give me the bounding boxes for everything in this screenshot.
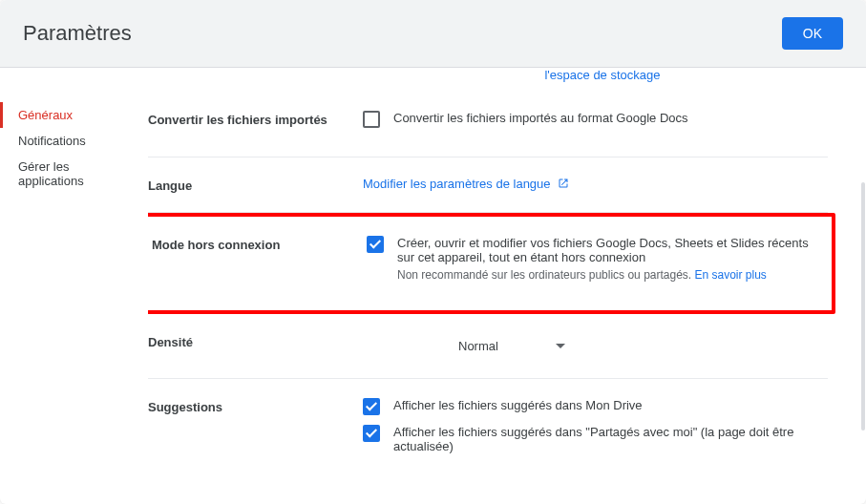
suggestions-opt1-text: Afficher les fichiers suggérés dans Mon … xyxy=(393,398,643,412)
external-link-icon xyxy=(558,178,569,189)
dialog-header: Paramètres OK xyxy=(0,0,866,68)
offline-section: Mode hors connexion Créer, ouvrir et mod… xyxy=(148,213,835,314)
dialog-body: Généraux Notifications Gérer les applica… xyxy=(0,68,866,504)
language-settings-link[interactable]: Modifier les paramètres de langue xyxy=(363,177,569,191)
suggestions-opt2-text: Afficher les fichiers suggérés dans "Par… xyxy=(393,425,828,453)
density-dropdown[interactable]: Normal xyxy=(449,333,575,359)
sidebar-item-manage-apps[interactable]: Gérer les applications xyxy=(0,154,148,194)
convert-section: Convertir les fichiers importés Converti… xyxy=(148,92,828,158)
density-value: Normal xyxy=(458,339,498,353)
suggestions-shared-checkbox[interactable] xyxy=(363,425,380,442)
sidebar-item-general[interactable]: Généraux xyxy=(0,102,148,128)
ok-button[interactable]: OK xyxy=(782,17,843,50)
settings-dialog: Paramètres OK Généraux Notifications Gér… xyxy=(0,0,866,504)
density-section: Densité Normal xyxy=(148,314,828,379)
sidebar-item-label: Gérer les applications xyxy=(18,159,84,188)
convert-checkbox[interactable] xyxy=(363,111,380,128)
language-label: Langue xyxy=(148,177,363,193)
chevron-down-icon xyxy=(556,344,565,348)
suggestions-mydrive-checkbox[interactable] xyxy=(363,398,380,415)
density-label: Densité xyxy=(148,333,363,359)
offline-label: Mode hors connexion xyxy=(152,236,367,291)
dialog-title: Paramètres xyxy=(23,21,132,46)
language-section: Langue Modifier les paramètres de langue xyxy=(148,158,828,213)
main-panel: l'espace de stockage Convertir les fichi… xyxy=(148,68,866,504)
suggestions-section: Suggestions Afficher les fichiers suggér… xyxy=(148,379,828,482)
offline-learn-more-link[interactable]: En savoir plus xyxy=(695,268,767,282)
suggestions-label: Suggestions xyxy=(148,398,363,463)
offline-text-block: Créer, ouvrir et modifier vos fichiers G… xyxy=(397,236,822,282)
sidebar-item-label: Notifications xyxy=(18,134,86,148)
convert-label: Convertir les fichiers importés xyxy=(148,111,363,137)
sidebar-item-label: Généraux xyxy=(18,108,73,122)
offline-note: Non recommandé sur les ordinateurs publi… xyxy=(397,268,822,282)
storage-section: l'espace de stockage xyxy=(148,68,828,92)
storage-link[interactable]: l'espace de stockage xyxy=(544,68,660,82)
offline-checkbox[interactable] xyxy=(367,236,384,253)
sidebar-item-notifications[interactable]: Notifications xyxy=(0,128,148,154)
convert-option-text: Convertir les fichiers importés au forma… xyxy=(393,111,688,125)
scrollbar[interactable] xyxy=(861,182,865,430)
offline-description: Créer, ouvrir et modifier vos fichiers G… xyxy=(397,236,822,264)
sidebar: Généraux Notifications Gérer les applica… xyxy=(0,68,148,504)
